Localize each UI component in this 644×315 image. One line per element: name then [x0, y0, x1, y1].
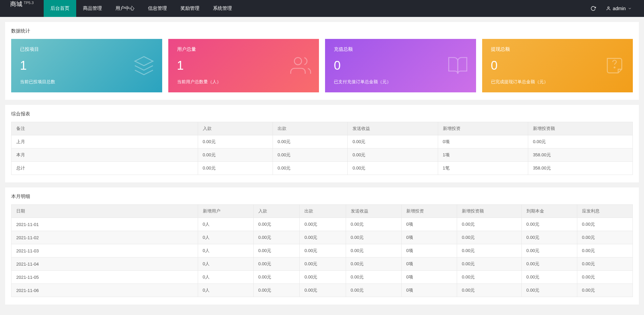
table-cell: 0人: [198, 257, 253, 271]
note-question-icon: [604, 55, 625, 76]
table-header: 新增投资额: [457, 205, 522, 218]
table-cell: 0.00元: [253, 218, 299, 231]
table-cell: 2021-11-06: [12, 284, 198, 297]
table-cell: 0.00元: [300, 257, 346, 271]
table-row: 总计0.00元0.00元0.00元1笔358.00元: [12, 162, 633, 175]
nav-item[interactable]: 系统管理: [206, 0, 239, 17]
table-header: 发送收益: [346, 205, 401, 218]
brand: 商城 TP5.3: [0, 0, 44, 17]
card-desc: 已完成提现订单总金额（元）: [491, 79, 624, 85]
table-cell: 0.00元: [273, 135, 347, 149]
table-cell: 0.00元: [521, 218, 577, 231]
table-cell: 2021-11-01: [12, 218, 198, 231]
table-cell: 0.00元: [348, 135, 438, 149]
nav-item[interactable]: 后台首页: [44, 0, 76, 17]
table-cell: 本月: [12, 149, 198, 162]
table-cell: 0人: [198, 271, 253, 284]
nav-item[interactable]: 信息管理: [141, 0, 174, 17]
table-cell: 0.00元: [457, 231, 522, 244]
table-cell: 0.00元: [253, 244, 299, 257]
table-cell: 0.00元: [198, 135, 273, 149]
card-desc: 已支付充值订单总金额（元）: [334, 79, 467, 85]
table-cell: 0人: [198, 284, 253, 297]
table-cell: 0.00元: [253, 257, 299, 271]
table-cell: 0.00元: [457, 218, 522, 231]
table-cell: 0.00元: [521, 244, 577, 257]
svg-point-3: [614, 67, 615, 68]
user-icon: [606, 6, 611, 11]
refresh-icon: [591, 6, 596, 11]
table-row: 2021-11-030人0.00元0.00元0.00元0项0.00元0.00元0…: [12, 244, 633, 257]
table-cell: 2021-11-05: [12, 271, 198, 284]
stat-cards: 已投项目 1 当前已投项目总数 用户总量 1 当前用户总数量（人） 充值总额 0…: [11, 39, 633, 92]
table-cell: 0.00元: [273, 162, 347, 175]
detail-table: 日期新增用户入款出款发送收益新增投资新增投资额到期本金应发利息 2021-11-…: [11, 204, 633, 297]
table-cell: 0项: [401, 284, 457, 297]
table-row: 2021-11-050人0.00元0.00元0.00元0项0.00元0.00元0…: [12, 271, 633, 284]
table-cell: 2021-11-02: [12, 231, 198, 244]
table-cell: 0.00元: [253, 271, 299, 284]
table-cell: 0.00元: [348, 149, 438, 162]
table-cell: 2021-11-04: [12, 257, 198, 271]
brand-name: 商城: [10, 0, 22, 8]
table-cell: 0.00元: [521, 231, 577, 244]
table-cell: 0.00元: [521, 257, 577, 271]
topbar: 商城 TP5.3 后台首页商品管理用户中心信息管理奖励管理系统管理 admin: [0, 0, 644, 17]
card-desc: 当前已投项目总数: [20, 79, 153, 85]
table-cell: 0.00元: [577, 284, 632, 297]
table-row: 2021-11-060人0.00元0.00元0.00元0项0.00元0.00元0…: [12, 284, 633, 297]
table-header: 发送收益: [348, 122, 438, 135]
card-label: 充值总额: [334, 46, 467, 52]
brand-version: TP5.3: [24, 1, 34, 5]
card-label: 用户总量: [177, 46, 310, 52]
stat-card-withdraw: 提现总额 0 已完成提现订单总金额（元）: [482, 39, 633, 92]
detail-title: 本月明细: [11, 194, 633, 204]
table-cell: 0.00元: [346, 271, 401, 284]
table-cell: 0.00元: [346, 284, 401, 297]
table-cell: 0.00元: [253, 231, 299, 244]
table-cell: 总计: [12, 162, 198, 175]
table-cell: 0.00元: [577, 257, 632, 271]
layers-icon: [133, 55, 155, 76]
summary-table: 备注入款出款发送收益新增投资新增投资额 上月0.00元0.00元0.00元0项0…: [11, 122, 633, 175]
stats-title: 数据统计: [11, 28, 633, 39]
table-header: 新增投资: [438, 122, 528, 135]
table-row: 本月0.00元0.00元0.00元1项358.00元: [12, 149, 633, 162]
table-cell: 0.00元: [348, 162, 438, 175]
table-cell: 0.00元: [198, 149, 273, 162]
nav-item[interactable]: 用户中心: [109, 0, 141, 17]
summary-panel: 综合报表 备注入款出款发送收益新增投资新增投资额 上月0.00元0.00元0.0…: [5, 105, 639, 182]
nav-item[interactable]: 商品管理: [76, 0, 109, 17]
table-cell: 0.00元: [528, 135, 632, 149]
table-cell: 0.00元: [253, 284, 299, 297]
table-cell: 0项: [401, 218, 457, 231]
top-nav: 后台首页商品管理用户中心信息管理奖励管理系统管理: [44, 0, 239, 17]
table-row: 2021-11-010人0.00元0.00元0.00元0项0.00元0.00元0…: [12, 218, 633, 231]
table-cell: 1笔: [438, 162, 528, 175]
table-cell: 0.00元: [300, 231, 346, 244]
table-cell: 0人: [198, 244, 253, 257]
table-cell: 1项: [438, 149, 528, 162]
table-cell: 0.00元: [577, 271, 632, 284]
book-icon: [447, 55, 469, 76]
table-cell: 0.00元: [457, 244, 522, 257]
user-menu[interactable]: admin: [601, 0, 637, 17]
svg-point-0: [608, 7, 609, 8]
table-cell: 0.00元: [457, 257, 522, 271]
svg-point-2: [294, 58, 301, 65]
nav-item[interactable]: 奖励管理: [174, 0, 206, 17]
table-cell: 0.00元: [346, 218, 401, 231]
table-cell: 0项: [438, 135, 528, 149]
table-cell: 358.00元: [528, 162, 632, 175]
svg-marker-1: [135, 57, 153, 66]
table-cell: 0项: [401, 257, 457, 271]
detail-panel: 本月明细 日期新增用户入款出款发送收益新增投资新增投资额到期本金应发利息 202…: [5, 187, 639, 305]
table-cell: 0人: [198, 231, 253, 244]
table-cell: 2021-11-03: [12, 244, 198, 257]
table-cell: 上月: [12, 135, 198, 149]
table-header: 出款: [300, 205, 346, 218]
refresh-button[interactable]: [586, 0, 601, 17]
users-icon: [290, 55, 312, 76]
table-row: 2021-11-040人0.00元0.00元0.00元0项0.00元0.00元0…: [12, 257, 633, 271]
card-desc: 当前用户总数量（人）: [177, 79, 310, 85]
